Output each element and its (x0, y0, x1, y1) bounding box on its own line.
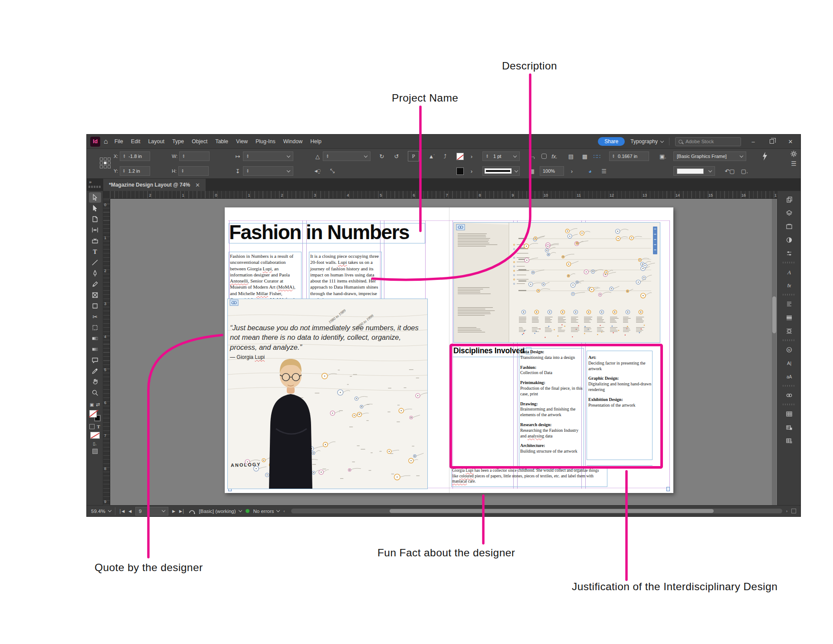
restore-button[interactable] (765, 138, 778, 145)
frame-tool[interactable] (89, 290, 101, 300)
eyedropper-tool[interactable] (89, 366, 101, 376)
adobe-stock-search[interactable]: Adobe Stock (675, 137, 741, 146)
page-tool[interactable] (89, 214, 101, 224)
preview-swatch-dropdown[interactable] (673, 166, 715, 176)
gradient-tool[interactable] (89, 333, 101, 344)
minimize-button[interactable]: – (747, 138, 760, 145)
corner-p-icon[interactable]: P (408, 151, 419, 161)
relink-icon[interactable]: ↶▢ (725, 166, 735, 176)
corner-options-icon[interactable]: ⌌⌍ (527, 151, 537, 161)
rotate-ccw-icon[interactable]: ↺ (391, 151, 402, 161)
menu-item-object[interactable]: Object (188, 138, 211, 145)
quick-actions-lightning-icon[interactable] (762, 152, 768, 161)
pasteboard-canvas[interactable]: 1980 to 19891990 to 1999ANOLOGY Fashion … (110, 199, 777, 505)
select-content-icon[interactable]: ⤴ (440, 151, 450, 161)
zoom-tool[interactable] (89, 388, 101, 398)
exhibition-photo-frame[interactable] (453, 222, 660, 343)
view-options-icon[interactable]: ▯․ (93, 441, 97, 446)
gear-icon[interactable] (790, 151, 797, 157)
cc-libraries-panel-icon[interactable] (782, 220, 797, 233)
share-button[interactable]: Share (598, 137, 625, 146)
edit-original-icon[interactable]: ▢․ (739, 166, 750, 176)
screen-mode-icon[interactable] (92, 449, 98, 454)
first-page-button[interactable]: │◀ (119, 509, 125, 513)
menu-item-table[interactable]: Table (211, 138, 232, 145)
rounded-corner-icon[interactable] (541, 154, 547, 159)
pen-tool[interactable] (89, 268, 101, 279)
layers-panel-icon[interactable] (782, 207, 797, 219)
split-view-icon[interactable] (791, 509, 796, 513)
frame-fitting-icon[interactable]: ▣. (658, 151, 668, 161)
rotate-cw-icon[interactable]: ↻ (377, 151, 387, 161)
table-panel-icon[interactable] (782, 407, 797, 420)
adjust-panel-icon[interactable] (782, 247, 797, 260)
formatting-affects-text-icon[interactable]: T (97, 424, 100, 429)
align-icon[interactable]: ☰ (599, 166, 609, 176)
table-styles-panel-icon[interactable] (782, 434, 797, 447)
ruler-origin-corner[interactable] (103, 191, 110, 199)
scroll-right-icon[interactable]: › (786, 509, 787, 513)
menu-item-edit[interactable]: Edit (127, 138, 144, 145)
fill-proxy[interactable] (89, 410, 97, 417)
menu-item-plug-ins[interactable]: Plug-Ins (252, 138, 279, 145)
swatches-panel-icon[interactable] (782, 311, 797, 324)
drop-shadow-icon[interactable]: ◕ (585, 166, 595, 176)
select-container-icon[interactable]: ▲̇ (426, 151, 436, 161)
gap-field[interactable]: ▲▼0.1667 in (609, 151, 649, 161)
height-field[interactable]: ▲▼ (178, 166, 209, 176)
effects-panel-icon[interactable]: fx (782, 279, 797, 292)
fill-swatch-none[interactable] (456, 153, 464, 160)
align-panel-icon[interactable]: A| (782, 357, 797, 369)
gradient-feather-tool[interactable] (89, 344, 101, 355)
x-position-field[interactable]: ▲▼-1.8 in (120, 151, 150, 161)
formatting-affects-container-icon[interactable] (89, 424, 95, 429)
rectangle-tool[interactable] (89, 301, 101, 311)
preflight-icon[interactable] (189, 508, 195, 514)
last-page-button[interactable]: ▶│ (179, 509, 185, 513)
links-panel-icon[interactable] (782, 389, 797, 401)
close-tab-icon[interactable]: ✕ (195, 182, 200, 188)
errors-dropdown[interactable]: No errors (253, 509, 280, 514)
menu-item-type[interactable]: Type (168, 138, 188, 145)
workspace-switcher[interactable]: Typography (630, 138, 663, 145)
menu-item-help[interactable]: Help (306, 138, 325, 145)
color-panel-icon[interactable] (782, 233, 797, 246)
document-tab[interactable]: *Magazine Design Layout @ 74% ✕ (103, 179, 206, 191)
stroke-flyout-arrow[interactable]: › (466, 166, 477, 176)
menu-item-file[interactable]: File (111, 138, 127, 145)
menu-item-window[interactable]: Window (279, 138, 306, 145)
close-button[interactable]: ✕ (784, 138, 797, 145)
fill-stroke-proxy[interactable] (89, 410, 101, 421)
horizontal-ruler[interactable]: 2101234567891011121314151617 (110, 191, 777, 199)
vertical-ruler[interactable]: 0123456789 (103, 199, 110, 505)
opacity-field[interactable]: 100% (540, 166, 564, 176)
fill-flyout-arrow[interactable]: › (466, 151, 477, 161)
next-page-button[interactable]: ▶ (172, 509, 175, 513)
scroll-left-icon[interactable]: ‹ (283, 509, 285, 513)
apply-none-button[interactable] (90, 432, 100, 439)
flip-vertical-icon[interactable]: ⤡ (327, 166, 338, 176)
fx-panel-icon[interactable]: fx (782, 343, 797, 356)
text-wrap-panel-icon[interactable] (782, 325, 797, 337)
stroke-weight-dropdown[interactable]: ▲▼1 pt (482, 151, 520, 161)
direct-selection-tool[interactable] (89, 203, 101, 214)
line-tool[interactable] (89, 257, 101, 268)
free-transform-tool[interactable] (89, 322, 101, 333)
scrollbar-thumb[interactable] (390, 509, 714, 513)
content-collector-tool[interactable] (89, 236, 101, 246)
width-field[interactable]: ▲▼ (179, 151, 210, 161)
stroke-style-dropdown[interactable] (482, 166, 520, 176)
glyphs-panel-icon[interactable]: aA (782, 370, 797, 383)
selection-tool[interactable] (89, 192, 101, 203)
scrollbar-thumb[interactable] (772, 296, 776, 333)
type-tool[interactable]: T (89, 246, 101, 257)
opacity-flyout-arrow[interactable]: › (567, 166, 577, 176)
pages-panel-icon[interactable] (782, 193, 797, 206)
shear-dropdown[interactable]: ▲▼ (323, 151, 371, 161)
paragraph-styles-panel-icon[interactable] (782, 298, 797, 310)
menu-item-layout[interactable]: Layout (144, 138, 168, 145)
expand-panels-icon[interactable]: » (89, 179, 92, 184)
control-bar-menu-icon[interactable]: ☰ (791, 161, 797, 166)
scale-x-dropdown[interactable]: ▲▼ (243, 151, 293, 161)
y-position-field[interactable]: ▲▼1.2 in (120, 166, 150, 176)
